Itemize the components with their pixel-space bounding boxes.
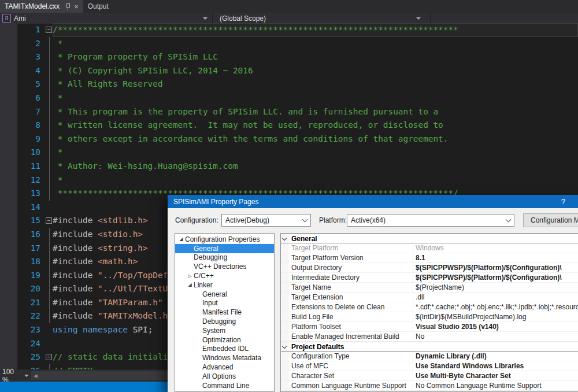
property-value[interactable]: $(ProjectName) bbox=[413, 283, 578, 292]
property-value[interactable]: $(SPICPPWSP)/$(Platform)/$(Configuration… bbox=[413, 273, 578, 282]
property-row-platform-toolset[interactable]: Platform ToolsetVisual Studio 2015 (v140… bbox=[281, 322, 578, 332]
code-text[interactable]: * (C) Copyright SPISim LLC, 2014 ~ 2016 bbox=[53, 64, 578, 78]
property-value[interactable]: Windows bbox=[413, 243, 578, 253]
property-value[interactable]: No bbox=[413, 332, 578, 341]
tree-item-advanced[interactable]: Advanced bbox=[175, 363, 274, 372]
tree-item-debugging[interactable]: Debugging bbox=[175, 253, 274, 262]
fold-toggle-icon[interactable]: − bbox=[46, 217, 52, 224]
fold-toggle-icon[interactable]: − bbox=[46, 27, 52, 33]
platform-dropdown[interactable]: Active(x64) bbox=[347, 214, 514, 227]
tree-item-embedded-idl[interactable]: Embedded IDL bbox=[175, 345, 274, 354]
property-row-intermediate-directory[interactable]: Intermediate Directory$(SPICPPWSP)/$(Pla… bbox=[281, 273, 578, 283]
property-row-use-of-mfc[interactable]: Use of MFCUse Standard Windows Libraries bbox=[281, 361, 578, 371]
property-row-character-set[interactable]: Character SetUse Multi-Byte Character Se… bbox=[281, 371, 578, 381]
fold-gutter bbox=[40, 119, 53, 132]
tree-item-input[interactable]: Input bbox=[175, 299, 274, 308]
code-line: 10 * bbox=[0, 146, 578, 160]
code-text[interactable]: * Author: Wei-hsing.Huang@spisim.com bbox=[53, 160, 578, 173]
help-button[interactable]: ? bbox=[561, 197, 565, 206]
grid-gutter bbox=[281, 273, 288, 282]
tree-expander-icon[interactable]: ◢ bbox=[186, 282, 194, 287]
tree-item-linker[interactable]: ◢Linker bbox=[175, 280, 274, 290]
code-text[interactable]: * others except in accordance with the t… bbox=[53, 132, 578, 146]
code-token: <string.h> bbox=[98, 243, 148, 253]
configuration-manager-button[interactable]: Configuration Ma bbox=[523, 213, 578, 227]
tab-output[interactable]: Output bbox=[83, 0, 113, 13]
property-value[interactable]: 8.1 bbox=[413, 253, 578, 262]
scope-dropdown[interactable]: (Global Scope) bbox=[213, 13, 431, 24]
property-row-target-platform-version[interactable]: Target Platform Version8.1 bbox=[281, 253, 578, 263]
property-value[interactable]: Visual Studio 2015 (v140) bbox=[413, 322, 578, 331]
tree-expander-icon[interactable]: ◢ bbox=[177, 236, 185, 242]
pin-icon[interactable] bbox=[65, 3, 71, 10]
property-row-target-name[interactable]: Target Name$(ProjectName) bbox=[281, 283, 578, 293]
code-text[interactable]: * bbox=[53, 173, 578, 187]
code-text[interactable]: * bbox=[53, 91, 578, 105]
code-text[interactable]: * written license agreement. It may not … bbox=[53, 119, 578, 132]
tree-item-configuration-properties[interactable]: ◢Configuration Properties bbox=[175, 235, 274, 244]
tree-item-general[interactable]: General bbox=[175, 244, 274, 253]
tree-item-vc-directories[interactable]: VC++ Directories bbox=[175, 262, 274, 271]
tree-item-optimization[interactable]: Optimization bbox=[175, 335, 274, 345]
fold-toggle-icon[interactable]: − bbox=[46, 354, 52, 360]
tree-item-windows-metadata[interactable]: Windows Metadata bbox=[175, 353, 274, 363]
code-text[interactable]: * This program is the property of SPISim… bbox=[53, 105, 578, 119]
fold-gutter bbox=[40, 160, 53, 173]
property-row-configuration-type[interactable]: Configuration TypeDynamic Library (.dll) bbox=[281, 352, 578, 361]
property-value[interactable]: $(IntDir)$(MSBuildProjectName).log bbox=[413, 312, 578, 321]
property-pages-dialog: SPISimAMI Property Pages ? Configuration… bbox=[168, 195, 578, 392]
tree-item-all-options[interactable]: All Options bbox=[175, 372, 274, 381]
close-icon[interactable]: × bbox=[74, 3, 79, 10]
code-line: 2 * bbox=[0, 37, 578, 51]
property-row-target-extension[interactable]: Target Extension.dll bbox=[281, 293, 578, 302]
property-row-output-directory[interactable]: Output Directory$(SPICPPWSP)/$(Platform)… bbox=[281, 263, 578, 273]
fold-guide-line bbox=[49, 132, 50, 146]
property-row-extensions-to-delete-on-clean[interactable]: Extensions to Delete on Clean*.cdf;*.cac… bbox=[281, 302, 578, 312]
property-value[interactable]: Dynamic Library (.dll) bbox=[413, 352, 578, 361]
fold-gutter bbox=[40, 173, 53, 187]
property-value[interactable]: *.cdf;*.cache;*.obj;*.obj.enc;*.ilk;*.ip… bbox=[413, 302, 578, 312]
code-token: * bbox=[53, 147, 62, 157]
code-text[interactable]: * bbox=[53, 37, 578, 51]
property-value[interactable]: $(SPICPPWSP)/$(Platform)/$(Configuration… bbox=[413, 263, 578, 272]
fold-gutter bbox=[40, 105, 53, 119]
breakpoint-margin[interactable] bbox=[0, 23, 17, 370]
configuration-dropdown[interactable]: Active(Debug) bbox=[221, 214, 311, 227]
project-scope-dropdown[interactable]: {} Ami bbox=[0, 13, 213, 24]
code-text[interactable]: * All Rights Reserved bbox=[53, 77, 578, 91]
section-header-project-defaults[interactable]: Project Defaults bbox=[281, 342, 578, 352]
code-token: "../Utl/TTextU bbox=[98, 284, 168, 293]
property-value[interactable]: Use Multi-Byte Character Set bbox=[413, 371, 578, 380]
tree-item-system[interactable]: System bbox=[175, 326, 274, 335]
property-row-common-language-runtime-support[interactable]: Common Language Runtime SupportNo Common… bbox=[281, 381, 578, 391]
code-text[interactable]: * Program property of SPISim LLC bbox=[53, 50, 578, 64]
dialog-title-bar[interactable]: SPISimAMI Property Pages ? bbox=[168, 195, 578, 208]
section-collapse-icon[interactable] bbox=[282, 235, 287, 240]
tree-item-c-c-[interactable]: ▷C/C++ bbox=[175, 271, 274, 280]
scroll-left-arrow-icon[interactable]: ◀ bbox=[31, 373, 38, 379]
member-dropdown[interactable] bbox=[431, 13, 578, 24]
fold-guide-line bbox=[49, 50, 50, 64]
tree-item-manifest-file[interactable]: Manifest File bbox=[175, 308, 274, 317]
property-row-enable-managed-incremental-build[interactable]: Enable Managed Incremental BuildNo bbox=[281, 332, 578, 342]
code-line: 11 * Author: Wei-hsing.Huang@spisim.com bbox=[0, 160, 578, 173]
tab-tamitxmodel[interactable]: TAMITxModel.cxx × bbox=[0, 0, 83, 13]
tree-expander-icon[interactable]: ▷ bbox=[186, 273, 194, 279]
tree-item-label: Debugging bbox=[202, 317, 236, 326]
code-token: <math.h> bbox=[98, 257, 138, 266]
platform-value: Active(x64) bbox=[351, 216, 386, 224]
property-row-build-log-file[interactable]: Build Log File$(IntDir)$(MSBuildProjectN… bbox=[281, 312, 578, 322]
tree-item-label: C/C++ bbox=[194, 272, 214, 280]
section-collapse-icon[interactable] bbox=[282, 343, 287, 348]
property-row-target-platform[interactable]: Target PlatformWindows bbox=[281, 243, 578, 253]
tree-item-command-line[interactable]: Command Line bbox=[175, 381, 274, 390]
section-header-general[interactable]: General bbox=[281, 234, 578, 243]
grid-gutter bbox=[281, 381, 288, 390]
property-value[interactable]: .dll bbox=[413, 293, 578, 302]
tree-item-general[interactable]: General bbox=[175, 290, 274, 299]
code-text[interactable]: /***************************************… bbox=[53, 23, 578, 37]
code-text[interactable]: * bbox=[53, 146, 578, 160]
property-value[interactable]: Use Standard Windows Libraries bbox=[413, 361, 578, 371]
tree-item-debugging[interactable]: Debugging bbox=[175, 317, 274, 326]
property-value[interactable]: No Common Language Runtime Support bbox=[413, 381, 578, 390]
